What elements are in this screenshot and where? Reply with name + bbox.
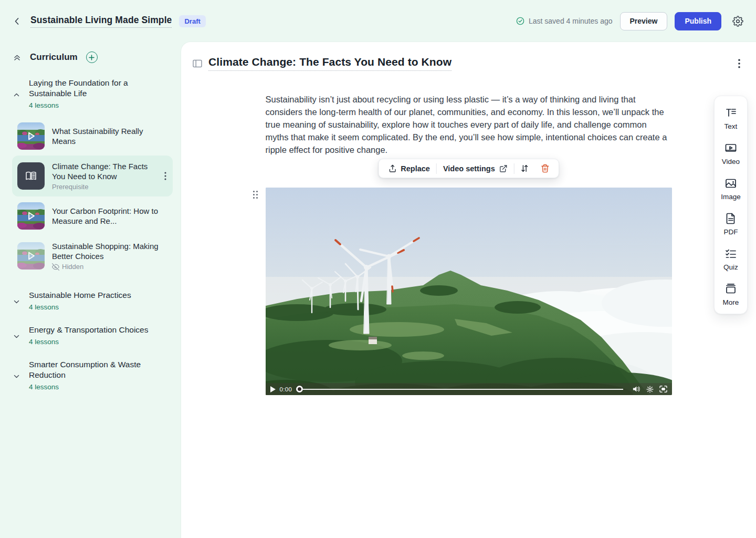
- preview-button[interactable]: Preview: [620, 12, 668, 30]
- section-lesson-count: 4 lessons: [29, 383, 150, 391]
- more-blocks-icon: [724, 283, 737, 295]
- text-block-icon: [724, 107, 737, 119]
- lesson-title: What Sustainability Really Means: [52, 126, 167, 146]
- play-icon: [17, 122, 45, 150]
- add-video-block-button[interactable]: Video: [722, 142, 740, 165]
- add-image-block-button[interactable]: Image: [721, 177, 741, 201]
- section-lesson-count: 4 lessons: [29, 101, 150, 109]
- lesson-prerequisite-label: Prerequisite: [52, 183, 156, 191]
- video-block-toolbar: Replace Video settings: [378, 159, 559, 178]
- add-quiz-block-button[interactable]: Quiz: [723, 247, 738, 271]
- video-volume-button[interactable]: [633, 386, 640, 392]
- panel-left-icon: [193, 59, 202, 68]
- lesson-body-text[interactable]: Sustainability isn’t just about recyclin…: [266, 93, 672, 156]
- video-settings-gear-button[interactable]: [646, 386, 654, 393]
- trash-icon: [541, 164, 550, 173]
- lesson-editor: Climate Change: The Facts You Need to Kn…: [181, 42, 756, 538]
- last-saved-text: Last saved 4 minutes ago: [529, 17, 613, 25]
- lesson-video-thumbnail: [17, 202, 45, 230]
- curriculum-sidebar: Curriculum Laying the Foundation for a S…: [0, 42, 181, 538]
- lesson-title: Your Carbon Footprint: How to Measure an…: [52, 206, 167, 226]
- kebab-icon: [164, 172, 166, 180]
- reorder-block-button[interactable]: [514, 159, 535, 178]
- section-lesson-count: 4 lessons: [29, 338, 148, 346]
- section-header[interactable]: Sustainable Home Practices 4 lessons: [8, 290, 173, 311]
- lesson-hidden-label: Hidden: [62, 263, 83, 271]
- chevron-left-icon: [13, 17, 21, 25]
- section-title: Sustainable Home Practices: [29, 290, 131, 301]
- lesson-options-menu[interactable]: [736, 57, 742, 70]
- curriculum-section: Smarter Consumption & Waste Reduction 4 …: [8, 359, 173, 391]
- play-icon: [17, 242, 45, 270]
- image-block-icon: [724, 177, 737, 190]
- curriculum-section: Energy & Transportation Choices 4 lesson…: [8, 325, 173, 346]
- eye-off-icon: [52, 263, 59, 271]
- section-title: Smarter Consumption & Waste Reduction: [29, 359, 150, 380]
- video-player[interactable]: 0:00: [266, 188, 672, 395]
- lesson-item-selected[interactable]: Climate Change: The Facts You Need to Kn…: [12, 156, 173, 196]
- lesson-kebab-menu[interactable]: [163, 171, 167, 181]
- back-button[interactable]: [9, 14, 24, 28]
- curriculum-section: Sustainable Home Practices 4 lessons: [8, 290, 173, 311]
- pdf-block-icon: [724, 212, 737, 225]
- lesson-item[interactable]: What Sustainability Really Means: [12, 117, 173, 156]
- plus-icon: [89, 55, 94, 60]
- more-blocks-button[interactable]: More: [723, 283, 739, 306]
- external-link-icon: [499, 164, 508, 173]
- top-bar: Sustainable Living Made Simple Draft Las…: [0, 0, 756, 42]
- lesson-video-thumbnail: [17, 122, 45, 150]
- lesson-title: Sustainable Shopping: Making Better Choi…: [52, 241, 167, 261]
- chevron-down-icon[interactable]: [13, 298, 20, 306]
- delete-block-button[interactable]: [535, 159, 555, 178]
- section-header[interactable]: Laying the Foundation for a Sustainable …: [8, 78, 173, 109]
- check-circle-icon: [516, 17, 524, 25]
- video-play-button[interactable]: [270, 386, 276, 392]
- play-icon: [17, 202, 45, 230]
- video-fullscreen-button[interactable]: [659, 386, 667, 392]
- video-controls-bar: 0:00: [266, 383, 672, 395]
- settings-button[interactable]: [730, 13, 746, 29]
- chevron-down-icon[interactable]: [13, 333, 20, 340]
- lesson-item-hidden[interactable]: Sustainable Shopping: Making Better Choi…: [12, 235, 173, 276]
- video-block: 0:00: [266, 188, 672, 395]
- collapse-all-button[interactable]: [13, 53, 22, 62]
- lesson-text-thumbnail: [17, 162, 45, 190]
- curriculum-section: Laying the Foundation for a Sustainable …: [8, 78, 173, 276]
- double-chevron-up-icon: [13, 53, 22, 62]
- quiz-block-icon: [724, 247, 737, 260]
- add-pdf-block-button[interactable]: PDF: [724, 212, 738, 236]
- autosave-status: Last saved 4 minutes ago: [516, 17, 613, 25]
- status-badge: Draft: [179, 15, 205, 27]
- wind-farm-video-frame: [266, 188, 672, 395]
- upload-icon: [388, 164, 396, 173]
- video-block-icon: [724, 142, 737, 154]
- video-progress-bar[interactable]: [296, 383, 628, 395]
- replace-button[interactable]: Replace: [382, 159, 436, 178]
- section-header[interactable]: Smarter Consumption & Waste Reduction 4 …: [8, 359, 173, 391]
- lesson-item[interactable]: Your Carbon Footprint: How to Measure an…: [12, 196, 173, 235]
- kebab-icon: [738, 59, 740, 68]
- video-settings-button[interactable]: Video settings: [437, 159, 514, 178]
- add-section-button[interactable]: [86, 51, 98, 63]
- section-title: Energy & Transportation Choices: [29, 325, 148, 335]
- section-title: Laying the Foundation for a Sustainable …: [29, 78, 150, 99]
- block-palette: Text Video Image PDF Quiz More: [714, 96, 748, 314]
- drag-handle-icon[interactable]: [253, 190, 258, 199]
- lesson-title-heading[interactable]: Climate Change: The Facts You Need to Kn…: [208, 56, 452, 71]
- chevron-up-icon[interactable]: [13, 91, 20, 99]
- section-header[interactable]: Energy & Transportation Choices 4 lesson…: [8, 325, 173, 346]
- chevron-down-icon[interactable]: [13, 373, 20, 380]
- curriculum-title: Curriculum: [30, 52, 78, 63]
- lesson-title: Climate Change: The Facts You Need to Kn…: [52, 161, 156, 181]
- book-open-icon: [25, 170, 37, 182]
- lesson-video-thumbnail: [17, 242, 45, 270]
- toggle-sidebar-button[interactable]: [191, 57, 204, 70]
- section-lesson-count: 4 lessons: [29, 303, 131, 311]
- course-title[interactable]: Sustainable Living Made Simple: [30, 15, 172, 28]
- sort-arrows-icon: [520, 164, 529, 173]
- add-text-block-button[interactable]: Text: [724, 107, 738, 130]
- video-scrubber-handle[interactable]: [296, 386, 303, 392]
- publish-button[interactable]: Publish: [675, 12, 721, 30]
- gear-icon: [732, 16, 743, 27]
- video-timestamp: 0:00: [280, 386, 292, 392]
